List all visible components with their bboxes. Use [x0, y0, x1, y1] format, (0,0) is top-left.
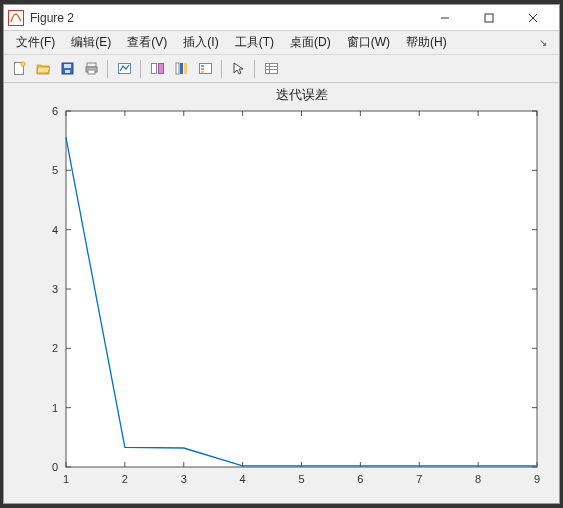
link-axes-button[interactable]: [113, 58, 135, 80]
toolbar-separator: [107, 60, 108, 78]
x-tick-label: 2: [122, 473, 128, 485]
property-inspector-icon: [264, 61, 279, 76]
x-tick-label: 7: [416, 473, 422, 485]
svg-rect-14: [151, 64, 156, 74]
x-tick-label: 8: [475, 473, 481, 485]
pointer-icon: [231, 61, 246, 76]
new-figure-button[interactable]: [8, 58, 30, 80]
colorbar-icon: [174, 61, 189, 76]
matlab-figure-icon: [8, 10, 24, 26]
svg-rect-27: [66, 111, 537, 467]
svg-point-6: [20, 62, 24, 66]
maximize-button[interactable]: [467, 6, 511, 30]
axes-pane[interactable]: 迭代误差0123456123456789: [4, 83, 559, 503]
open-button[interactable]: [32, 58, 54, 80]
svg-rect-15: [158, 64, 163, 74]
y-tick-label: 5: [52, 164, 58, 176]
svg-rect-8: [64, 64, 71, 68]
colorbar-button[interactable]: [170, 58, 192, 80]
menu-help[interactable]: 帮助(H): [400, 32, 453, 53]
titlebar[interactable]: Figure 2: [4, 5, 559, 31]
edit-plot-button[interactable]: [227, 58, 249, 80]
menu-desktop[interactable]: 桌面(D): [284, 32, 337, 53]
y-tick-label: 6: [52, 105, 58, 117]
menu-overflow-icon[interactable]: ↘: [533, 37, 553, 48]
property-inspector-button[interactable]: [260, 58, 282, 80]
print-icon: [84, 61, 99, 76]
svg-rect-23: [265, 64, 277, 74]
x-tick-label: 3: [181, 473, 187, 485]
figure-window: Figure 2 文件(F) 编辑(E) 查看(V) 插入(I) 工具(T) 桌…: [3, 4, 560, 504]
print-button[interactable]: [80, 58, 102, 80]
menu-tools[interactable]: 工具(T): [229, 32, 280, 53]
new-file-icon: [12, 61, 27, 76]
open-folder-icon: [36, 61, 51, 76]
svg-rect-9: [65, 70, 70, 73]
x-tick-label: 4: [240, 473, 246, 485]
svg-rect-10: [87, 63, 96, 67]
y-tick-label: 2: [52, 342, 58, 354]
iteration-error-line-chart: 迭代误差0123456123456789: [4, 83, 559, 501]
x-tick-label: 9: [534, 473, 540, 485]
svg-rect-2: [485, 14, 493, 22]
close-button[interactable]: [511, 6, 555, 30]
menu-view[interactable]: 查看(V): [121, 32, 173, 53]
menu-file[interactable]: 文件(F): [10, 32, 61, 53]
toolbar: [4, 55, 559, 83]
x-tick-label: 5: [298, 473, 304, 485]
save-button[interactable]: [56, 58, 78, 80]
toolbar-separator: [140, 60, 141, 78]
legend-button[interactable]: [194, 58, 216, 80]
data-cursor-icon: [150, 61, 165, 76]
svg-rect-17: [180, 63, 183, 74]
y-tick-label: 1: [52, 402, 58, 414]
y-tick-label: 0: [52, 461, 58, 473]
link-icon: [117, 61, 132, 76]
toolbar-separator: [221, 60, 222, 78]
data-cursor-button[interactable]: [146, 58, 168, 80]
svg-rect-16: [176, 63, 179, 74]
chart-title: 迭代误差: [276, 87, 328, 102]
x-tick-label: 1: [63, 473, 69, 485]
svg-rect-12: [88, 70, 95, 74]
menubar: 文件(F) 编辑(E) 查看(V) 插入(I) 工具(T) 桌面(D) 窗口(W…: [4, 31, 559, 55]
menu-edit[interactable]: 编辑(E): [65, 32, 117, 53]
y-tick-label: 4: [52, 224, 58, 236]
save-icon: [60, 61, 75, 76]
minimize-button[interactable]: [423, 6, 467, 30]
y-tick-label: 3: [52, 283, 58, 295]
legend-icon: [198, 61, 213, 76]
svg-rect-0: [9, 10, 24, 25]
menu-window[interactable]: 窗口(W): [341, 32, 396, 53]
x-tick-label: 6: [357, 473, 363, 485]
toolbar-separator: [254, 60, 255, 78]
menu-insert[interactable]: 插入(I): [177, 32, 224, 53]
window-title: Figure 2: [30, 11, 74, 25]
svg-rect-18: [184, 63, 187, 74]
